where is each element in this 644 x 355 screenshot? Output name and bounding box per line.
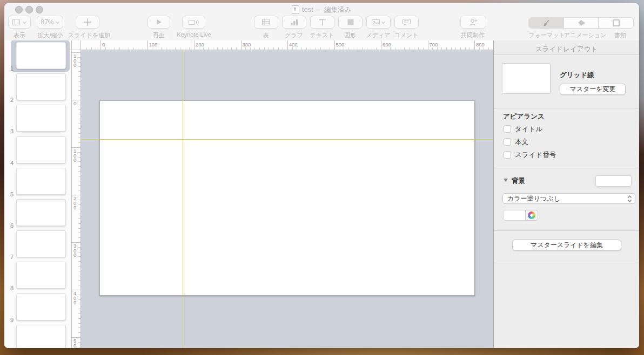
document-proxy-icon[interactable] [292,5,299,14]
play-button[interactable] [147,16,170,29]
ruler-tick [78,152,81,153]
text-button[interactable] [310,16,334,29]
background-preview-swatch[interactable] [595,175,632,187]
ruler-tick [110,47,110,50]
horizontal-alignment-guide[interactable] [81,139,493,140]
ruler-label: 1 0 0 [73,54,76,68]
comment-button[interactable] [394,16,419,29]
chevron-down-icon [56,21,59,24]
ruler-tick [96,47,96,50]
horizontal-ruler[interactable]: 0100200300400500600700800 [81,40,493,50]
ruler-tick [78,166,81,167]
shape-label: 図形 [334,31,366,39]
animate-diamond-icon [576,19,586,27]
checkbox[interactable] [504,151,511,159]
table-icon [262,19,270,25]
color-wheel-button[interactable] [525,210,538,221]
ruler-tick [320,47,321,50]
ruler-tick [78,313,81,314]
inspector-segmented-control [528,17,634,29]
ruler-tick [227,47,227,50]
master-slide-thumbnail[interactable] [502,63,551,93]
table-button[interactable] [254,16,278,29]
slide-thumbnail-row: 8 [4,262,72,293]
add-slide-button[interactable] [76,16,99,29]
ruler-major-tick [381,40,381,50]
background-disclosure-triangle[interactable] [504,179,508,182]
checkbox-label: タイトル [515,125,542,134]
animate-tab[interactable] [564,18,599,28]
ruler-tick [78,138,81,138]
change-master-button[interactable]: マスターを変更 [560,84,626,95]
background-title: 背景 [512,176,525,186]
ruler-label: 4 0 0 [73,291,76,305]
ruler-tick [297,47,297,50]
animate-label: アニメーション [564,31,607,39]
ruler-tick [78,280,81,281]
ruler-tick [344,47,344,50]
ruler-tick [78,128,81,129]
appearance-title: アピアランス [503,112,545,121]
media-button[interactable] [366,16,391,29]
ruler-tick [78,133,81,134]
ruler-tick [395,47,395,50]
ruler-tick [460,47,461,50]
ruler-tick [78,228,81,229]
keynote-live-icon [189,19,199,26]
slide-number: 2 [4,97,14,103]
slide-thumbnail[interactable] [16,199,66,226]
vertical-ruler[interactable]: 1 0 001 0 02 0 03 0 04 0 05 0 0 [72,50,81,348]
vertical-alignment-guide[interactable] [183,50,183,348]
slide-thumbnail[interactable] [16,262,66,289]
edit-master-slide-button[interactable]: マスタースライドを編集 [512,240,621,251]
ruler-major-tick [147,40,148,50]
slide-number: 8 [4,285,14,291]
chart-button[interactable] [282,16,306,29]
zoom-dropdown[interactable]: 87% [37,16,63,29]
ruler-tick [306,47,307,50]
master-name-label: グリッド線 [560,71,594,80]
slide-navigator: 12345678910 [4,40,72,348]
collaborate-button[interactable] [460,16,486,29]
checkbox[interactable] [504,138,511,146]
document-tab[interactable] [599,18,633,28]
color-wheel-icon [528,211,535,219]
chevron-down-icon [23,21,26,24]
ruler-tick [78,332,81,333]
ruler-tick [78,90,81,91]
ruler-tick [119,47,120,50]
slide-thumbnail[interactable] [16,293,66,320]
popup-stepper-icon [627,195,632,204]
format-tab[interactable] [529,18,564,28]
ruler-label: 5 0 0 [73,339,76,348]
keynote-live-button[interactable] [182,16,205,29]
slide-thumbnail-row: 2 [4,73,72,105]
ruler-tick [78,252,81,252]
slide-thumbnail[interactable] [16,136,66,163]
slide-thumbnail[interactable] [16,73,66,100]
appearance-option-row: スライド番号 [504,148,556,161]
slide-canvas[interactable] [81,50,493,348]
slide-thumbnail[interactable] [16,230,66,257]
ruler-tick [283,47,283,50]
slide-thumbnail[interactable] [16,168,66,195]
titlebar[interactable]: test — 編集済み [4,3,639,16]
checkbox[interactable] [504,125,511,133]
slide-thumbnail[interactable] [16,105,66,132]
fill-color-well[interactable] [503,210,526,221]
add-slide-label: スライドを追加 [62,31,116,39]
ruler-major-tick [474,40,475,50]
slide-thumbnail[interactable] [16,325,66,348]
slide-editing-area[interactable] [99,100,475,296]
view-button[interactable] [8,16,31,29]
collaborate-label: 共同制作 [451,31,494,39]
background-fill-type-dropdown[interactable]: カラー塗りつぶし [502,193,635,204]
ruler-tick [367,47,367,50]
ruler-tick [372,47,372,50]
shape-button[interactable] [338,16,363,29]
ruler-tick [78,204,81,205]
ruler-tick [78,327,81,328]
chart-label: グラフ [278,31,310,39]
ruler-tick [78,309,81,309]
slide-thumbnail[interactable] [16,42,66,69]
